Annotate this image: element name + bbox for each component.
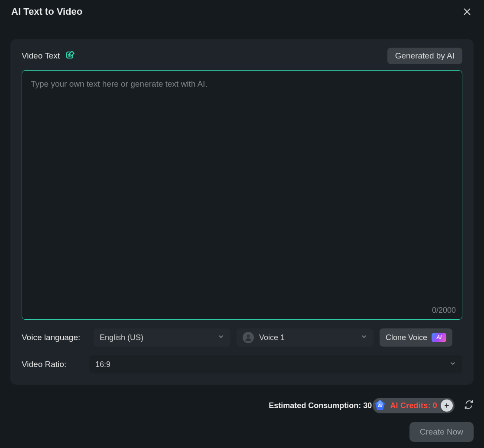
refresh-icon <box>464 400 474 409</box>
close-icon <box>462 7 472 16</box>
chevron-down-icon <box>218 333 224 342</box>
edit-icon <box>64 49 76 63</box>
plus-icon <box>443 402 450 409</box>
video-ratio-select[interactable]: 16:9 <box>89 355 462 373</box>
add-credits-button[interactable] <box>441 399 453 412</box>
estimated-consumption-label: Estimated Consumption: 30 <box>269 401 372 410</box>
footer-row: Estimated Consumption: 30 AI AI Credits:… <box>269 398 474 413</box>
voice-language-label: Voice language: <box>22 333 88 342</box>
video-text-input[interactable] <box>30 78 454 302</box>
voice-row: Voice language: English (US) Voice 1 Clo… <box>22 328 462 347</box>
close-button[interactable] <box>461 6 473 17</box>
footer: Estimated Consumption: 30 AI AI Credits:… <box>10 398 474 442</box>
panel-header: Video Text Generated by AI <box>22 48 462 64</box>
panel-header-left: Video Text <box>22 49 76 63</box>
svg-point-2 <box>247 334 250 338</box>
titlebar: AI Text to Video <box>10 6 474 22</box>
voice-language-value: English (US) <box>100 333 143 342</box>
svg-text:AI: AI <box>377 403 383 408</box>
credits-pill: AI AI Credits: 0 <box>373 398 455 413</box>
char-counter: 0/2000 <box>432 306 456 315</box>
generated-by-ai-button[interactable]: Generated by AI <box>387 48 462 64</box>
modal-title: AI Text to Video <box>11 6 82 17</box>
ai-credits-label: AI Credits: 0 <box>390 401 437 410</box>
video-ratio-label: Video Ratio: <box>22 360 83 369</box>
voice-avatar-icon <box>243 332 254 343</box>
create-now-button[interactable]: Create Now <box>409 422 474 442</box>
voice-value: Voice 1 <box>259 333 355 342</box>
chevron-down-icon <box>449 360 456 369</box>
ratio-row: Video Ratio: 16:9 <box>22 355 462 373</box>
clone-voice-label: Clone Voice <box>386 333 427 342</box>
chevron-down-icon <box>361 333 367 342</box>
refresh-button[interactable] <box>464 400 474 411</box>
ai-gem-icon: AI <box>374 399 387 412</box>
ai-text-to-video-modal: AI Text to Video Video Text Generated <box>0 0 484 448</box>
main-panel: Video Text Generated by AI 0/2000 Voice … <box>10 39 474 385</box>
ai-badge-icon: AI <box>432 333 446 342</box>
video-ratio-value: 16:9 <box>95 360 110 369</box>
section-label: Video Text <box>22 51 60 61</box>
video-text-area-wrap: 0/2000 <box>22 70 462 320</box>
clone-voice-button[interactable]: Clone Voice AI <box>380 328 452 347</box>
voice-select[interactable]: Voice 1 <box>237 328 374 347</box>
voice-language-select[interactable]: English (US) <box>94 328 231 347</box>
